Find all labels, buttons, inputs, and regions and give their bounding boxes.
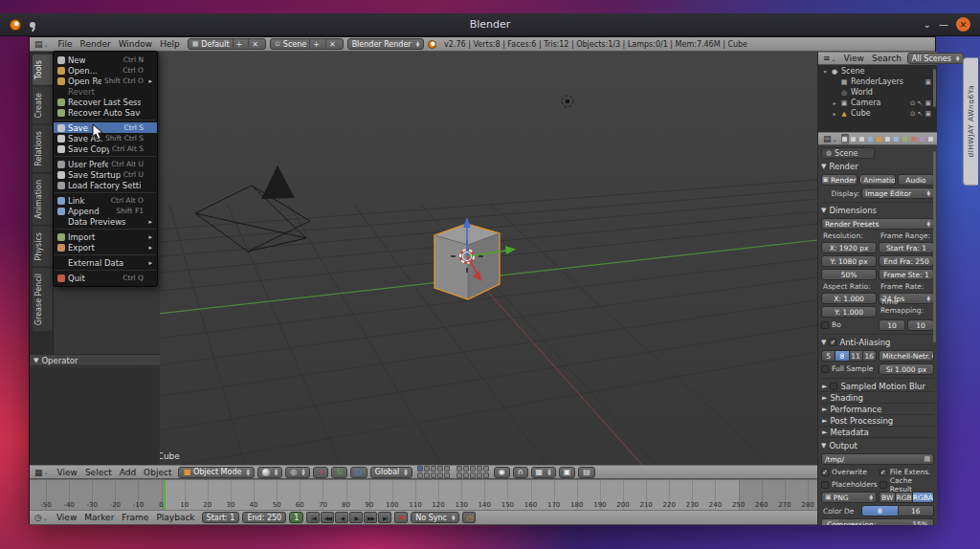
transport-button-0[interactable]: |◀ — [306, 512, 320, 523]
pivot-select[interactable]: ◎ — [285, 467, 309, 478]
layer-cell[interactable] — [457, 472, 462, 478]
animation-button[interactable]: ▤Animation — [859, 174, 896, 186]
viewport-menu-select[interactable]: Select — [81, 468, 116, 477]
toolshelf-tab-grease-pencil[interactable]: Grease Pencil — [33, 268, 53, 331]
panel-checkbox[interactable] — [830, 383, 837, 390]
aa-filter-select[interactable]: Mitchell-Netr. — [879, 350, 934, 362]
aa-sample-8-button[interactable]: 8 — [835, 350, 849, 362]
properties-scrollbar[interactable] — [933, 151, 936, 342]
outliner-filter-select[interactable]: All Scenes — [907, 53, 965, 64]
render-tab[interactable] — [841, 134, 849, 144]
layer-cell[interactable] — [417, 466, 423, 472]
render-presets-select[interactable]: Render Presets — [821, 218, 934, 230]
layer-cell[interactable] — [477, 472, 482, 478]
resolution-y-field[interactable]: Y: 1080 px — [821, 255, 877, 267]
delete-scene-button[interactable]: ✕ — [325, 39, 339, 49]
camera-toggle-icon[interactable]: ▣ — [924, 99, 931, 107]
layer-cell[interactable] — [437, 466, 443, 472]
layer-cell[interactable] — [431, 466, 436, 472]
layer-cell[interactable] — [470, 466, 476, 472]
output-panel-header[interactable]: ▼Output — [821, 440, 934, 451]
file-menu-item-new[interactable]: NewCtrl N — [54, 55, 157, 65]
resolution-x-field[interactable]: X: 1920 px — [821, 242, 877, 253]
editor-type-button[interactable]: ▦⌄ — [33, 468, 51, 477]
start-frame-field[interactable]: Start: 1 — [202, 512, 240, 523]
scene-lock-button[interactable]: ◉ — [494, 467, 510, 478]
orientation-select[interactable]: Global — [370, 467, 412, 478]
toolshelf-tab-physics[interactable]: Physics — [33, 227, 53, 267]
editor-type-button[interactable]: ▤⌄ — [821, 134, 839, 143]
viewport-shading-select[interactable] — [257, 467, 282, 478]
layer-cell[interactable] — [483, 466, 489, 472]
output-path-field[interactable]: /tmp/▤ — [821, 453, 934, 465]
file-menu-item-recover-last-session[interactable]: Recover Last Session — [54, 97, 157, 107]
toolshelf-tab-relations[interactable]: Relations — [33, 125, 53, 172]
lamp-object[interactable] — [562, 96, 573, 107]
editor-type-button[interactable]: ▤⌄ — [33, 39, 51, 49]
screen-layout-selector[interactable]: ▦ Default + ✕ — [188, 38, 266, 50]
aa-sample-11-button[interactable]: 11 — [850, 350, 863, 362]
camera-object[interactable] — [195, 165, 310, 252]
outliner-menu-search[interactable]: Search — [868, 54, 905, 63]
antialiasing-panel-header[interactable]: ▼✓Anti-Aliasing — [821, 337, 934, 348]
toolshelf-tab-animation[interactable]: Animation — [33, 174, 53, 225]
opengl-render-anim-button[interactable]: ▤ — [578, 467, 595, 478]
properties-breadcrumb[interactable]: ◍ Scene — [821, 147, 875, 159]
texture-tab[interactable] — [919, 134, 926, 144]
file-menu-item-quit[interactable]: QuitCtrl Q — [54, 273, 157, 283]
timeline-menu-view[interactable]: View — [53, 513, 80, 522]
modifiers-tab[interactable] — [893, 134, 901, 144]
menu-help[interactable]: Help — [156, 39, 184, 49]
snap-target-select[interactable]: ▦ — [531, 467, 556, 478]
eye-toggle-icon[interactable]: ⊙ — [910, 99, 916, 107]
av-sync-clock-icon[interactable]: ◷ — [462, 512, 476, 523]
layer-cell[interactable] — [431, 472, 436, 478]
file-menu-item-save-copy[interactable]: Save Copy...Ctrl Alt S — [54, 143, 157, 154]
layer-cell[interactable] — [463, 472, 469, 478]
outliner-row-world[interactable]: ◎World — [818, 87, 937, 98]
arrow-toggle-icon[interactable]: ↖ — [918, 110, 924, 118]
panel-performance[interactable]: ►Performance — [821, 404, 934, 415]
transport-button-1[interactable]: ◀◀ — [321, 512, 334, 523]
operator-panel-header[interactable]: ▼ Operator — [30, 354, 160, 366]
checkbox-overwrite[interactable]: ✓Overwrite — [821, 467, 878, 477]
delete-layout-button[interactable]: ✕ — [248, 39, 261, 49]
particles-tab[interactable] — [927, 134, 934, 144]
outliner-row-scene[interactable]: ▾●Scene — [818, 66, 937, 77]
render-button[interactable]: ▣Render — [821, 174, 858, 186]
transport-button-2[interactable]: ◀ — [335, 512, 348, 523]
add-layout-button[interactable]: + — [233, 39, 246, 49]
maximize-button[interactable]: — — [939, 18, 948, 32]
timeline-menu-playback[interactable]: Playback — [152, 513, 198, 522]
layer-cell[interactable] — [463, 466, 469, 472]
layer-cell[interactable] — [470, 472, 476, 478]
viewport-menu-object[interactable]: Object — [140, 468, 175, 477]
layer-cell[interactable] — [477, 466, 482, 472]
timeline-menu-marker[interactable]: Marker — [80, 513, 118, 522]
compression-slider[interactable]: Compression: 15% — [821, 518, 934, 525]
viewport-menu-view[interactable]: View — [54, 468, 81, 477]
desktop-side-tab[interactable]: dlHWJAY AWnq6Ya — [963, 57, 978, 186]
timeline-menu-frame[interactable]: Frame — [118, 513, 152, 522]
file-menu-item-link[interactable]: LinkCtrl Alt O — [54, 195, 157, 206]
aspect-x-field[interactable]: X: 1.000 — [821, 293, 877, 304]
camera-toggle-icon[interactable]: ▣ — [924, 78, 931, 86]
translate-manipulator-button[interactable]: + — [313, 467, 329, 478]
aa-sample-16-button[interactable]: 16 — [863, 350, 877, 362]
panel-shading[interactable]: ►Shading — [821, 392, 934, 404]
render-panel-header[interactable]: ▼Render — [821, 161, 934, 172]
panel-metadata[interactable]: ►Metadata — [821, 427, 934, 438]
transport-button-3[interactable]: ▶ — [349, 512, 363, 523]
file-menu-item-save-startup-file[interactable]: Save Startup FileCtrl U — [54, 169, 157, 180]
scale-manipulator-button[interactable]: ◱ — [350, 467, 368, 478]
pin-icon[interactable] — [30, 22, 35, 28]
eye-toggle-icon[interactable]: ⊙ — [910, 110, 916, 118]
channel-bw-button[interactable]: BW — [879, 492, 896, 503]
layer-cell[interactable] — [444, 466, 450, 472]
antialiasing-checkbox[interactable]: ✓ — [829, 339, 836, 346]
file-menu-item-recover-auto-save[interactable]: Recover Auto Save... — [54, 107, 157, 118]
outliner-scrollbar[interactable] — [933, 69, 936, 107]
outliner-row-renderlayers[interactable]: ▦RenderLayers▣ — [818, 77, 937, 87]
menu-render[interactable]: Render — [77, 39, 115, 49]
y-axis-handle[interactable] — [505, 246, 516, 254]
